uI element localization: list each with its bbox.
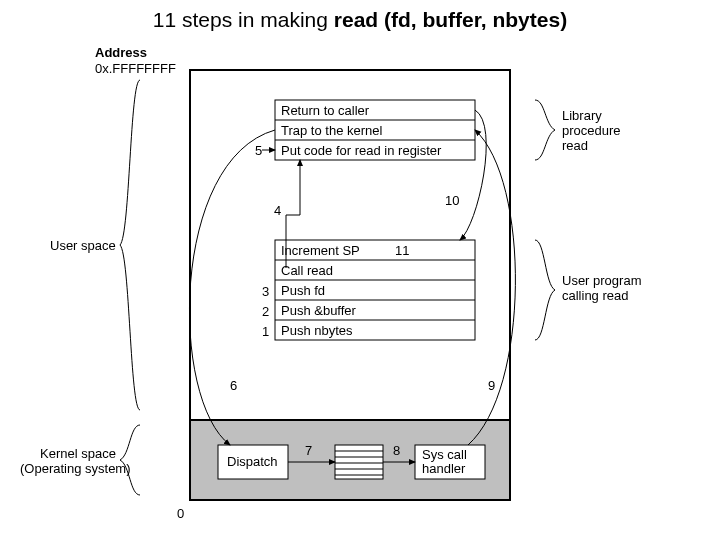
- userprog-l2: calling read: [562, 288, 629, 303]
- handler-l2: handler: [422, 461, 466, 476]
- lib-l1: Library: [562, 108, 602, 123]
- kernel-space-l2: (Operating system): [20, 461, 131, 476]
- title-prefix: 11 steps in making: [153, 8, 334, 31]
- step-4: 4: [274, 203, 281, 218]
- address-top: 0x.FFFFFFFF: [95, 61, 176, 76]
- step-1: 1: [262, 324, 269, 339]
- title-bold: read (fd, buffer, nbytes): [334, 8, 567, 31]
- step-6: 6: [230, 378, 237, 393]
- libbox-row1: Trap to the kernel: [281, 123, 383, 138]
- svg-rect-8: [335, 445, 383, 479]
- libbox-row2: Put code for read in register: [281, 143, 442, 158]
- ubox-row4: Push nbytes: [281, 323, 353, 338]
- ubox-row1: Call read: [281, 263, 333, 278]
- address-bottom: 0: [177, 506, 184, 521]
- diagram-title: 11 steps in making read (fd, buffer, nby…: [0, 8, 720, 32]
- user-program-box: Increment SP Call read Push fd Push &buf…: [275, 240, 475, 340]
- ubox-row0: Increment SP: [281, 243, 360, 258]
- lib-l2: procedure: [562, 123, 621, 138]
- libbox-row0: Return to caller: [281, 103, 370, 118]
- kernel-space-l1: Kernel space: [40, 446, 116, 461]
- handler-l1: Sys call: [422, 447, 467, 462]
- lib-l3: read: [562, 138, 588, 153]
- diagram-svg: Address 0x.FFFFFFFF 0 Return to caller T…: [0, 40, 720, 540]
- syscall-table: [335, 445, 383, 479]
- step-7: 7: [305, 443, 312, 458]
- library-box: Return to caller Trap to the kernel Put …: [275, 100, 475, 160]
- ubox-row3: Push &buffer: [281, 303, 357, 318]
- brace-lib: [535, 100, 555, 160]
- step-5: 5: [255, 143, 262, 158]
- dispatch-label: Dispatch: [227, 454, 278, 469]
- address-label: Address: [95, 45, 147, 60]
- step-8: 8: [393, 443, 400, 458]
- userprog-l1: User program: [562, 273, 641, 288]
- step-9: 9: [488, 378, 495, 393]
- step-10: 10: [445, 193, 459, 208]
- ubox-row2: Push fd: [281, 283, 325, 298]
- step-3: 3: [262, 284, 269, 299]
- step-11: 11: [395, 243, 409, 258]
- brace-user-space: [120, 80, 140, 410]
- user-space-label: User space: [50, 238, 116, 253]
- brace-kernel-space: [120, 425, 140, 495]
- brace-userprog: [535, 240, 555, 340]
- step-2: 2: [262, 304, 269, 319]
